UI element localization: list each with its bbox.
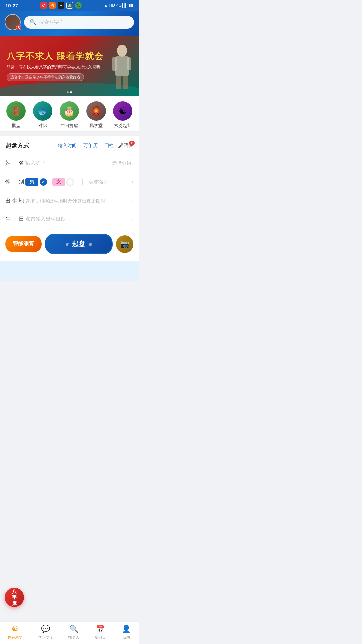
quick-item-liuyao[interactable]: ☯ 六爻起卦 xyxy=(113,101,132,129)
svg-rect-2 xyxy=(112,57,117,71)
form-title: 起盘方式 xyxy=(5,142,29,150)
quick-item-duibi[interactable]: 🐟 对比 xyxy=(33,101,52,129)
status-bar: 10:27 小 淘 ✂ 🔔 📞 ▲ HD 4G▌▌ ▮▮ xyxy=(0,0,139,11)
name-label: 姓 名 xyxy=(5,160,25,167)
gender-male-btn[interactable]: 男 xyxy=(25,178,38,186)
gender-label: 性 别 xyxy=(5,179,25,186)
svg-rect-1 xyxy=(115,56,129,76)
birthday-input[interactable]: 点击输入出生日期 xyxy=(25,216,132,222)
name-input[interactable]: 输入称呼 xyxy=(25,160,105,166)
tab-voice[interactable]: 🎤 语音 新 xyxy=(118,143,133,149)
quick-menu: 🚪 批盘 🐟 对比 🎂 生日提醒 🏮 易学堂 ☯ 六爻起卦 xyxy=(0,96,139,132)
voice-new-badge: 新 xyxy=(129,141,135,146)
tab-calendar[interactable]: 万年历 xyxy=(81,141,100,150)
yixue-label: 易学堂 xyxy=(89,123,103,129)
camera-button[interactable]: 📷 xyxy=(116,235,133,253)
svg-rect-5 xyxy=(123,76,128,89)
gender-female-radio xyxy=(66,178,74,186)
banner-tag: 适合小白及自学多年不得章法的兴趣爱好者 xyxy=(7,73,84,81)
form-section: 起盘方式 输入时间 万年历 四柱 🎤 语音 新 姓 名 输入称呼 选择分组 › … xyxy=(0,136,139,228)
liuyao-icon: ☯ xyxy=(113,101,132,121)
status-right-icons: ▲ HD 4G▌▌ ▮▮ xyxy=(104,3,133,8)
piban-icon: 🚪 xyxy=(6,101,26,121)
banner-dots xyxy=(67,91,72,93)
smart-calc-button[interactable]: 智能测算 xyxy=(5,236,42,252)
svg-rect-3 xyxy=(127,57,131,70)
birthday-row[interactable]: 生 日 点击输入出生日期 › xyxy=(5,210,133,228)
name-divider xyxy=(108,160,108,167)
birthday-label: 生 日 xyxy=(5,216,25,223)
camera-icon: 📷 xyxy=(120,240,129,249)
hd-icon: HD xyxy=(109,3,115,8)
app-notification-icon: 🔔 xyxy=(66,2,73,9)
name-row: 姓 名 输入称呼 选择分组 › xyxy=(5,154,133,172)
avatar-badge: R xyxy=(16,25,21,30)
battery-icon: ▮▮ xyxy=(129,3,133,8)
gender-male-option[interactable]: 男 ✓ xyxy=(25,178,47,186)
gender-male-check: ✓ xyxy=(40,178,47,186)
status-apps: 小 淘 ✂ 🔔 📞 xyxy=(40,2,82,9)
tag-note[interactable]: 标签备注 xyxy=(89,179,109,185)
header: R 🔍 搜索八字库 xyxy=(0,11,139,36)
duibi-label: 对比 xyxy=(38,123,47,129)
banner-figure xyxy=(105,42,135,96)
svg-rect-4 xyxy=(116,76,121,89)
search-bar[interactable]: 🔍 搜索八字库 xyxy=(24,16,134,29)
hint-section xyxy=(0,261,139,281)
gender-female-option[interactable]: 女 xyxy=(52,178,74,186)
birthplace-row[interactable]: 出生地 选填，根据出生地时差计算出真太阳时 › xyxy=(5,192,133,210)
group-select[interactable]: 选择分组 xyxy=(112,160,132,166)
group-select-chevron: › xyxy=(132,160,133,166)
birthday-chevron: › xyxy=(132,216,133,222)
birthplace-input[interactable]: 选填，根据出生地时差计算出真太阳时 xyxy=(25,198,132,204)
wifi-icon: ▲ xyxy=(104,3,108,8)
signal-icon: 4G▌▌ xyxy=(116,3,127,8)
birthplace-chevron: › xyxy=(132,198,133,204)
voice-icon: 🎤 xyxy=(118,143,123,148)
start-btn-left-deco: ⚜ xyxy=(65,241,69,247)
quick-item-piban[interactable]: 🚪 批盘 xyxy=(6,101,26,129)
gender-row: 性 别 男 ✓ 女 标签备注 › xyxy=(5,172,133,192)
gender-divider xyxy=(82,179,83,185)
avatar-wrap[interactable]: R xyxy=(5,14,21,30)
app-phone-icon: 📞 xyxy=(75,2,82,9)
start-button[interactable]: ⚜ 起盘 ⚜ xyxy=(45,234,113,254)
start-btn-right-deco: ⚜ xyxy=(88,241,93,247)
action-bar: 智能测算 ⚜ 起盘 ⚜ 📷 xyxy=(0,228,139,261)
start-button-label: 起盘 xyxy=(72,239,85,249)
birthplace-label: 出生地 xyxy=(5,198,25,205)
shengri-icon: 🎂 xyxy=(60,101,79,121)
status-time: 10:27 xyxy=(5,3,18,8)
quick-item-shengri[interactable]: 🎂 生日提醒 xyxy=(60,101,79,129)
gender-female-btn[interactable]: 女 xyxy=(52,178,65,186)
shengri-label: 生日提醒 xyxy=(61,123,78,129)
search-icon: 🔍 xyxy=(29,19,36,25)
banner[interactable]: 八字不求人 跟着学就会 只需一两次找人看八字的费用即可学会,支持永久回听 适合小… xyxy=(0,36,139,96)
app-jianying-icon: ✂ xyxy=(58,2,64,9)
app-taobao-icon: 淘 xyxy=(49,2,56,9)
piban-label: 批盘 xyxy=(12,123,20,129)
search-placeholder: 搜索八字库 xyxy=(39,19,64,25)
duibi-icon: 🐟 xyxy=(33,101,52,121)
quick-item-yixuetang[interactable]: 🏮 易学堂 xyxy=(86,101,106,129)
form-header: 起盘方式 输入时间 万年历 四柱 🎤 语音 新 xyxy=(5,136,133,154)
banner-dot-1 xyxy=(67,91,69,93)
liuyao-label: 六爻起卦 xyxy=(114,123,131,129)
yixue-icon: 🏮 xyxy=(86,101,106,121)
tag-note-chevron: › xyxy=(132,179,133,185)
tab-input-time[interactable]: 输入时间 xyxy=(55,141,79,150)
banner-dot-2 xyxy=(70,91,72,93)
banner-figure-svg xyxy=(105,42,132,93)
app-xiaohongshu-icon: 小 xyxy=(40,2,47,9)
tab-four-pillars[interactable]: 四柱 xyxy=(102,141,116,150)
